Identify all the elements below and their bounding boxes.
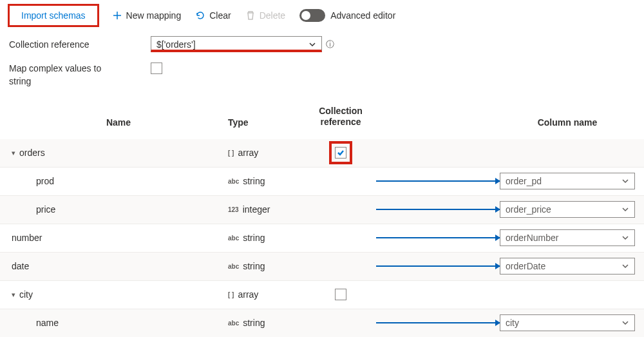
collection-reference-label: Collection reference [9,39,125,50]
arrow-head-icon [495,320,500,326]
column-name-cell: orderNumber [500,229,635,246]
delete-button: Delete [245,10,285,21]
arrow-line-icon [376,180,500,182]
chevron-down-icon [621,319,629,327]
column-name-dropdown[interactable]: city [500,314,635,331]
column-name-dropdown[interactable]: orderNumber [500,229,635,246]
map-complex-label: Map complex values to string [9,63,125,88]
refresh-icon [195,10,205,21]
row-name: price [36,204,55,215]
expand-caret-icon[interactable]: ▾ [12,149,15,157]
row-name: number [12,233,42,243]
row-name: orders [19,148,45,158]
advanced-editor-label: Advanced editor [330,10,395,21]
arrow-head-icon [495,206,500,213]
chevron-down-icon [621,177,629,185]
type-prefix-icon: [ ] [228,149,234,157]
type-cell: abcstring [228,233,305,243]
mapping-arrow-cell [376,168,500,195]
toggle-thumb [301,11,310,20]
type-value: string [243,233,265,243]
type-cell: [ ]array [228,148,305,158]
column-name-dropdown[interactable]: orderDate [500,258,635,274]
type-cell: 123integer [228,204,305,215]
col-header-type: Type [228,117,305,128]
collection-reference-row: Collection reference $['orders'] ⓘ [0,32,644,56]
table-row: price123integerorder_price [0,196,644,224]
type-cell: abcstring [228,318,305,328]
mapping-arrow-cell [376,196,500,224]
check-icon [337,149,345,157]
chevron-down-icon [308,41,316,48]
column-name-value: orderDate [506,261,545,271]
advanced-editor-toggle[interactable]: Advanced editor [299,9,395,22]
collection-ref-checkbox[interactable] [335,289,346,300]
collection-reference-dropdown[interactable]: $['orders'] [151,36,322,52]
type-cell: abcstring [228,176,305,186]
toggle-switch[interactable] [299,9,325,22]
mapping-arrow-cell [376,224,500,252]
chevron-down-icon [621,262,629,270]
collection-ref-cell [305,289,376,300]
chevron-down-icon [621,206,629,213]
table-row: nameabcstringcity [0,309,644,337]
expand-caret-icon[interactable]: ▾ [12,291,15,299]
type-prefix-icon: abc [228,320,239,327]
col-header-cname: Column name [500,117,635,128]
column-name-dropdown[interactable]: order_price [500,201,635,218]
new-mapping-button[interactable]: New mapping [112,10,182,21]
new-mapping-label: New mapping [126,10,182,21]
row-name: city [19,289,33,300]
type-prefix-icon: 123 [228,206,239,213]
name-cell: prod [9,176,228,186]
mapping-table: ▾orders[ ]arrayprodabcstringorder_pdpric… [0,139,644,337]
type-cell: [ ]array [228,289,305,300]
mapping-arrow-cell [376,253,500,280]
map-complex-checkbox[interactable] [151,63,162,74]
arrow-line-icon [376,209,500,210]
column-name-cell: order_pd [500,173,635,189]
type-value: array [238,289,258,300]
type-prefix-icon: [ ] [228,291,234,298]
clear-button[interactable]: Clear [195,10,231,21]
toolbar: Import schemas New mapping Clear Delete … [0,0,644,32]
name-cell: number [9,233,228,243]
name-cell: price [9,204,228,215]
mapping-arrow-cell [376,139,500,167]
table-row: ▾city[ ]array [0,281,644,309]
column-name-cell: city [500,314,635,331]
name-cell: name [9,318,228,328]
collection-ref-checkbox[interactable] [335,147,346,159]
type-cell: abcstring [228,261,305,271]
delete-label: Delete [260,10,285,21]
column-name-cell: orderDate [500,258,635,274]
mapping-arrow-cell [376,309,500,337]
column-name-value: orderNumber [506,233,558,243]
type-value: array [238,148,258,158]
column-name-value: city [506,318,519,328]
mapping-arrow-cell [376,281,500,309]
chevron-down-icon [621,234,629,242]
collection-reference-value: $['orders'] [156,39,196,50]
map-complex-row: Map complex values to string [0,56,644,91]
arrow-head-icon [495,263,500,269]
arrow-line-icon [376,265,500,267]
column-name-value: order_pd [506,176,542,186]
name-cell: ▾city [9,289,228,300]
info-icon[interactable]: ⓘ [326,39,334,50]
row-name: name [36,318,59,328]
type-value: integer [243,204,270,215]
col-header-name: Name [9,117,228,128]
import-schemas-button[interactable]: Import schemas [9,5,98,26]
name-cell: ▾orders [9,148,228,158]
arrow-head-icon [495,235,500,241]
column-name-dropdown[interactable]: order_pd [500,173,635,189]
type-prefix-icon: abc [228,263,239,270]
clear-label: Clear [209,10,231,21]
row-name: prod [36,176,54,186]
row-name: date [12,261,29,271]
table-row: dateabcstringorderDate [0,253,644,281]
plus-icon [112,10,122,21]
column-name-cell: order_price [500,201,635,218]
table-row: prodabcstringorder_pd [0,168,644,196]
